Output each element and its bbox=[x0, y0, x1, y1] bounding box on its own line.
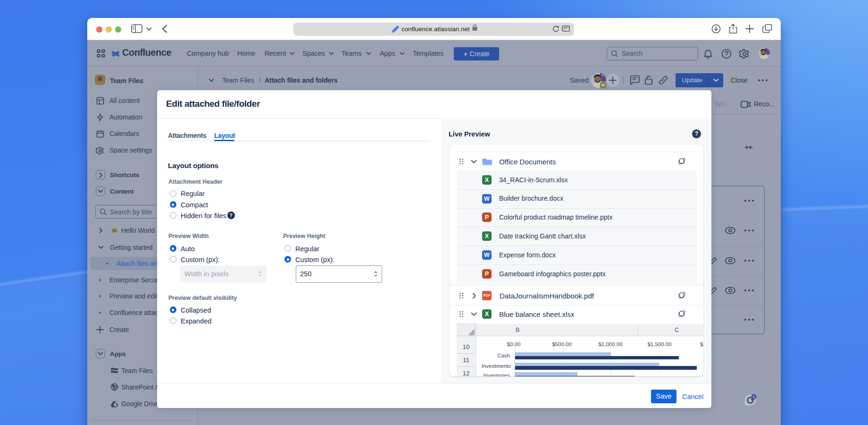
svg-text:1: 1 bbox=[753, 395, 755, 399]
